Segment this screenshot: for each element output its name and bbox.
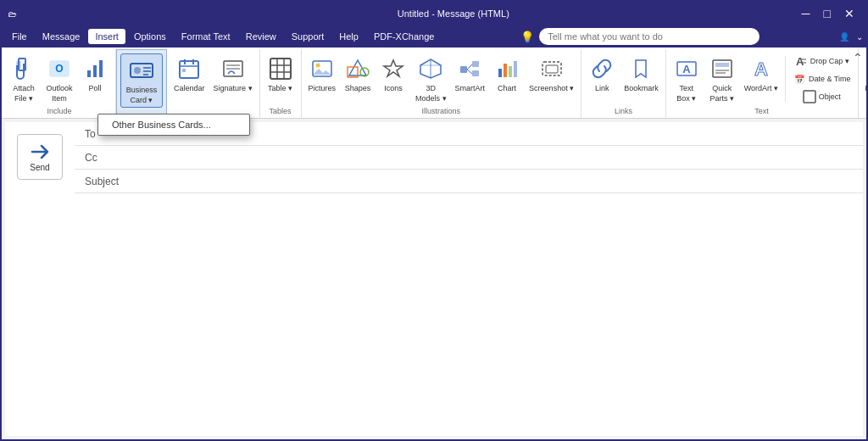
menu-insert[interactable]: Insert	[88, 29, 125, 44]
signature-icon	[220, 55, 247, 82]
compose-panel: Send To Cc Subject	[5, 122, 863, 436]
poll-label: Poll	[88, 84, 101, 92]
drop-cap-button[interactable]: A Drop Cap ▾	[789, 53, 854, 70]
ribbon-group-text: A Text Box ▾ Quick	[666, 49, 859, 118]
text-box-icon: A	[673, 55, 700, 82]
illustrations-items: Pictures Shapes	[305, 53, 578, 105]
businesscard-items: Business Card ▾	[120, 53, 163, 113]
cc-input[interactable]	[125, 148, 863, 167]
outlook-item-icon: O	[46, 55, 73, 82]
svg-rect-48	[715, 63, 729, 67]
date-time-button[interactable]: 📅 Date & Time	[789, 70, 854, 87]
icons-button[interactable]: Icons	[376, 53, 410, 95]
menu-pdf-xchange[interactable]: PDF-XChange	[367, 29, 442, 44]
svg-rect-43	[542, 62, 561, 75]
maximize-button[interactable]: □	[819, 7, 836, 20]
menu-format-text[interactable]: Format Text	[175, 29, 237, 44]
svg-rect-42	[514, 61, 517, 77]
svg-line-38	[467, 70, 472, 74]
screenshot-icon	[538, 55, 565, 82]
pictures-icon	[309, 55, 336, 82]
email-body[interactable]	[75, 193, 863, 436]
business-card-dropdown: Other Business Cards...	[97, 114, 250, 136]
bookmark-button[interactable]: Bookmark	[620, 53, 662, 95]
svg-rect-5	[93, 65, 97, 77]
ribbon-group-tables: Table ▾ Tables	[260, 49, 302, 118]
link-button[interactable]: Link	[585, 53, 619, 95]
business-card-icon	[128, 57, 155, 84]
calendar-icon	[175, 55, 203, 82]
title-bar: 🗁 Untitled - Message (HTML) ─ □ ✕	[2, 2, 866, 25]
attach-file-label: Attach	[13, 84, 35, 92]
svg-text:A: A	[796, 55, 804, 68]
file-icon[interactable]: 🗁	[8, 9, 17, 19]
svg-marker-30	[384, 60, 403, 76]
object-icon	[803, 90, 816, 103]
close-button[interactable]: ✕	[839, 7, 860, 20]
menu-file[interactable]: File	[5, 29, 34, 44]
svg-rect-20	[270, 59, 291, 79]
object-label: Object	[819, 92, 841, 101]
link-label: Link	[595, 84, 609, 92]
tables-group-label: Tables	[270, 105, 292, 118]
send-label: Send	[30, 163, 49, 172]
shapes-button[interactable]: Shapes	[341, 53, 375, 95]
quick-parts-label: Quick	[712, 84, 732, 92]
menu-review[interactable]: Review	[239, 29, 283, 44]
subject-label: Subject	[75, 172, 129, 191]
send-icon	[31, 142, 49, 161]
attach-file-button[interactable]: Attach File ▾	[7, 53, 41, 105]
svg-rect-1	[16, 61, 21, 69]
svg-text:A: A	[754, 59, 768, 80]
text-box-label: Text	[679, 84, 693, 92]
attach-file-label2: File ▾	[14, 94, 33, 103]
ribbon-group-illustrations: Pictures Shapes	[302, 49, 582, 118]
pictures-button[interactable]: Pictures	[305, 53, 340, 95]
text-group-label: Text	[754, 105, 769, 118]
wordart-button[interactable]: A WordArt ▾	[741, 53, 782, 95]
business-card-button[interactable]: Business Card ▾	[120, 53, 163, 108]
include-label: Include	[47, 105, 71, 118]
text-box-button[interactable]: A Text Box ▾	[670, 53, 704, 105]
smartart-button[interactable]: SmartArt	[452, 53, 489, 95]
minimize-button[interactable]: ─	[797, 7, 815, 20]
ribbon-collapse-button[interactable]: ⌃	[853, 51, 863, 64]
drop-cap-icon: A	[794, 54, 808, 68]
svg-rect-55	[804, 91, 815, 103]
menu-options[interactable]: Options	[127, 29, 173, 44]
search-input[interactable]	[539, 28, 760, 45]
compose-fields: To Cc Subject	[75, 122, 863, 436]
poll-button[interactable]: Poll	[78, 53, 112, 95]
text-items: A Text Box ▾ Quick	[670, 53, 854, 105]
quick-parts-button[interactable]: Quick Parts ▾	[705, 53, 739, 105]
window-controls: ─ □ ✕	[797, 7, 860, 20]
outlook-item-button[interactable]: O Outlook Item	[42, 53, 76, 105]
signature-button[interactable]: Signature ▾	[210, 53, 256, 95]
signature-label: Signature ▾	[214, 84, 253, 92]
ribbon-toggle-icon[interactable]: ⌄	[856, 32, 863, 42]
svg-line-37	[467, 64, 472, 70]
screenshot-button[interactable]: Screenshot ▾	[526, 53, 577, 95]
menu-support[interactable]: Support	[285, 29, 331, 44]
menu-help[interactable]: Help	[332, 29, 365, 44]
other-business-cards-item[interactable]: Other Business Cards...	[98, 114, 249, 135]
send-button[interactable]: Send	[17, 134, 63, 180]
calendar-button[interactable]: Calendar	[170, 53, 209, 95]
3d-models-button[interactable]: 3D Models ▾	[412, 53, 450, 105]
cc-row: Cc	[75, 146, 863, 170]
menu-message[interactable]: Message	[36, 29, 87, 44]
links-items: Link Bookmark	[585, 53, 662, 105]
business-card-label: Business	[126, 86, 158, 94]
table-button[interactable]: Table ▾	[264, 53, 298, 95]
lightbulb-icon: 💡	[520, 31, 534, 43]
icons-label: Icons	[384, 84, 403, 92]
chart-button[interactable]: Chart	[490, 53, 524, 95]
svg-rect-7	[131, 64, 153, 77]
text-small-group: A Drop Cap ▾ 📅 Date & Time	[789, 53, 854, 105]
chart-icon	[493, 55, 520, 82]
screenshot-label: Screenshot ▾	[529, 84, 574, 92]
account-icon[interactable]: 👤	[839, 32, 849, 42]
object-button[interactable]: Object	[789, 88, 854, 105]
business-card-label2: Card ▾	[130, 96, 153, 104]
subject-input[interactable]	[129, 172, 863, 191]
